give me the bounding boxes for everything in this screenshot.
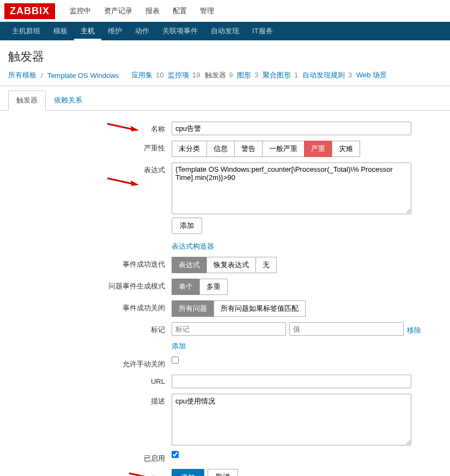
nav-monitoring[interactable]: 监控中: [63, 0, 98, 22]
crumb-triggers[interactable]: 触发器: [205, 71, 226, 79]
arrow-icon: [106, 122, 139, 133]
breadcrumb: 所有模板 / Template OS Windows 应用集 10 监控项 19…: [0, 70, 450, 86]
severity-label: 严重性: [8, 141, 172, 153]
crumb-template[interactable]: Template OS Windows: [47, 71, 119, 80]
svg-marker-3: [131, 180, 139, 186]
subnav-hosts[interactable]: 主机: [74, 22, 101, 40]
svg-line-4: [129, 473, 154, 476]
event-iter-expr[interactable]: 表达式: [172, 257, 207, 273]
severity-disaster[interactable]: 灾难: [332, 141, 360, 157]
subnav-hostgroups[interactable]: 主机群组: [5, 22, 47, 40]
severity-group: 未分类 信息 警告 一般严重 严重 灾难: [172, 141, 360, 157]
expr-textarea[interactable]: {Template OS Windows:perf_counter[\Proce…: [172, 162, 411, 214]
nav-admin[interactable]: 管理: [193, 0, 221, 22]
severity-high[interactable]: 严重: [304, 141, 332, 157]
tab-dependencies[interactable]: 依赖关系: [46, 91, 90, 110]
url-label: URL: [8, 375, 172, 385]
tab-trigger[interactable]: 触发器: [8, 91, 46, 111]
prob-gen-single[interactable]: 单个: [172, 279, 200, 295]
arrow-icon: [106, 176, 139, 188]
top-nav: ZABBIX 监控中 资产记录 报表 配置 管理: [0, 0, 450, 22]
cancel-button[interactable]: 取消: [208, 469, 238, 476]
logo: ZABBIX: [4, 3, 55, 19]
subnav-discovery[interactable]: 自动发现: [204, 22, 246, 40]
subnav-itservices[interactable]: IT服务: [246, 22, 279, 40]
subnav-actions[interactable]: 动作: [129, 22, 156, 40]
sub-nav: 主机群组 模板 主机 维护 动作 关联项事件 自动发现 IT服务: [0, 22, 450, 40]
nav-reports[interactable]: 报表: [139, 0, 166, 22]
submit-button[interactable]: 添加: [172, 469, 204, 476]
crumb-count: 19: [192, 71, 200, 79]
crumb-web[interactable]: Web 场景: [356, 71, 387, 79]
name-input[interactable]: [172, 122, 411, 135]
event-iter-recovery[interactable]: 恢复表达式: [206, 257, 256, 273]
enabled-checkbox[interactable]: [172, 451, 179, 458]
crumb-screens[interactable]: 聚合图形: [263, 71, 291, 79]
arrow-icon: [128, 471, 161, 476]
enabled-label: 已启用: [8, 451, 172, 463]
crumb-count: 3: [254, 71, 258, 79]
prob-gen-multiple[interactable]: 多重: [199, 279, 228, 295]
prob-gen-label: 问题事件生成模式: [8, 279, 172, 291]
nav-config[interactable]: 配置: [166, 0, 193, 22]
severity-info[interactable]: 信息: [206, 141, 235, 157]
expr-add-button[interactable]: 添加: [172, 218, 202, 234]
subnav-maintenance[interactable]: 维护: [101, 22, 129, 40]
crumb-all-templates[interactable]: 所有模板: [8, 70, 37, 80]
crumb-count: 3: [348, 71, 352, 79]
svg-line-2: [107, 178, 132, 184]
crumb-count: 9: [229, 71, 233, 79]
expr-builder-link[interactable]: 表达式构造器: [172, 242, 214, 251]
crumb-sep: /: [41, 71, 43, 80]
desc-textarea[interactable]: cpu使用情况: [172, 394, 411, 445]
tag-name-input[interactable]: [172, 322, 286, 336]
nav-inventory[interactable]: 资产记录: [98, 0, 139, 22]
subnav-templates[interactable]: 模板: [47, 22, 74, 40]
severity-warning[interactable]: 警告: [234, 141, 263, 157]
tabs: 触发器 依赖关系: [0, 91, 450, 111]
tag-remove-link[interactable]: 移除: [407, 326, 421, 335]
crumb-discovery-rules[interactable]: 自动发现规则: [302, 71, 345, 79]
trigger-form: 名称 严重性 未分类 信息 警告 一般严重 严重 灾难 表达式 {Templat…: [0, 111, 450, 476]
crumb-graphs[interactable]: 图形: [237, 71, 251, 79]
tag-value-input[interactable]: [289, 322, 404, 336]
event-close-all[interactable]: 所有问题: [172, 300, 214, 317]
desc-label: 描述: [8, 394, 172, 406]
tag-add-link[interactable]: 添加: [172, 341, 186, 351]
svg-marker-1: [131, 126, 139, 131]
event-iter-label: 事件成功迭代: [8, 257, 172, 269]
svg-line-0: [107, 124, 132, 129]
severity-notclassified[interactable]: 未分类: [172, 141, 207, 157]
page-title: 触发器: [8, 49, 442, 65]
crumb-count: 1: [294, 71, 298, 79]
manual-close-checkbox[interactable]: [172, 357, 179, 364]
crumb-count: 10: [156, 71, 163, 79]
crumb-items[interactable]: 监控项: [168, 71, 189, 79]
severity-average[interactable]: 一般严重: [262, 141, 305, 157]
event-iter-none[interactable]: 无: [256, 257, 277, 273]
manual-close-label: 允许手动关闭: [8, 357, 172, 369]
name-label: 名称: [8, 122, 172, 134]
url-input[interactable]: [172, 375, 411, 388]
expr-label: 表达式: [8, 162, 172, 175]
tags-label: 标记: [8, 322, 172, 335]
crumb-applications[interactable]: 应用集: [131, 71, 153, 79]
event-close-tagmatch[interactable]: 所有问题如果标签值匹配: [214, 300, 306, 317]
event-close-label: 事件成功关闭: [8, 300, 172, 313]
